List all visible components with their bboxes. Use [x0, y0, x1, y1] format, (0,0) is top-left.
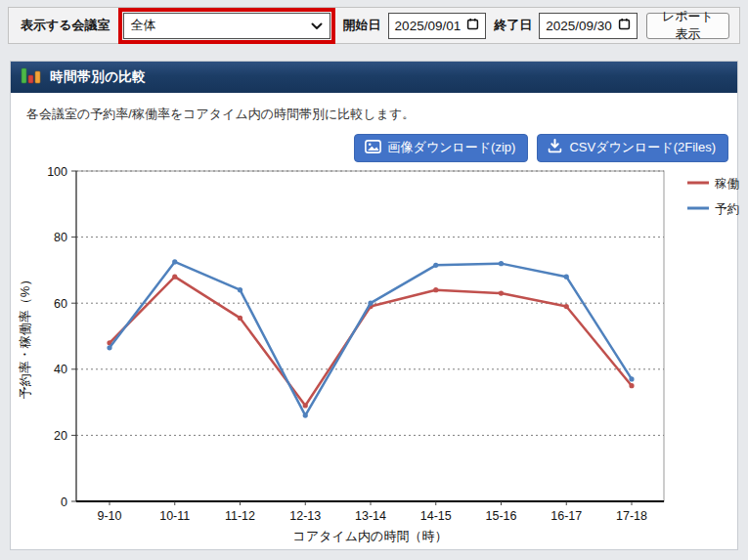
svg-text:予約率・稼働率（%）: 予約率・稼働率（%） [18, 274, 32, 400]
svg-text:0: 0 [61, 495, 67, 509]
svg-text:40: 40 [54, 363, 67, 376]
bar-chart-icon [21, 66, 41, 89]
svg-text:11-12: 11-12 [225, 509, 255, 523]
image-download-label: 画像ダウンロード(zip) [388, 139, 516, 156]
svg-text:13-14: 13-14 [355, 509, 386, 523]
svg-text:稼働率: 稼働率 [714, 177, 739, 191]
svg-text:予約率: 予約率 [715, 202, 739, 216]
svg-text:15-16: 15-16 [486, 509, 517, 523]
section-title: 時間帯別の比較 [50, 68, 146, 86]
end-date-value: 2025/09/30 [546, 19, 612, 33]
calendar-icon[interactable] [618, 18, 631, 33]
svg-text:12-13: 12-13 [289, 509, 321, 523]
svg-text:コアタイム内の時間（時）: コアタイム内の時間（時） [293, 529, 448, 543]
timeband-comparison-line-chart: 0204060801009-1010-1111-1212-1313-1414-1… [11, 167, 739, 551]
timeband-comparison-panel: 時間帯別の比較 各会議室の予約率/稼働率をコアタイム内の時間帯別に比較します。 … [10, 61, 738, 550]
image-icon [365, 140, 381, 156]
section-header: 時間帯別の比較 [11, 62, 737, 93]
calendar-icon[interactable] [466, 18, 479, 33]
section-description: 各会議室の予約率/稼働率をコアタイム内の時間帯別に比較します。 [26, 106, 737, 123]
svg-text:20: 20 [54, 429, 67, 443]
download-icon [548, 139, 562, 156]
svg-text:9-10: 9-10 [97, 509, 121, 523]
svg-text:17-18: 17-18 [616, 509, 647, 523]
start-date-value: 2025/09/01 [395, 19, 462, 33]
room-select-value: 全体 [131, 17, 156, 34]
svg-text:100: 100 [47, 167, 67, 179]
download-button-row: 画像ダウンロード(zip) CSVダウンロード(2Files) [11, 134, 728, 162]
start-date-label: 開始日 [343, 17, 381, 34]
room-select-label: 表示する会議室 [21, 17, 110, 34]
image-download-button[interactable]: 画像ダウンロード(zip) [354, 134, 529, 162]
end-date-label: 終了日 [494, 17, 532, 34]
annotation-highlight: 全体 [118, 8, 335, 44]
csv-download-button[interactable]: CSVダウンロード(2Files) [537, 134, 728, 162]
chevron-down-icon [311, 19, 323, 33]
start-date-input[interactable]: 2025/09/01 [388, 13, 487, 39]
chart-area: 0204060801009-1010-1111-1212-1313-1414-1… [11, 167, 739, 551]
svg-text:16-17: 16-17 [550, 509, 582, 523]
svg-text:60: 60 [54, 297, 67, 311]
svg-text:10-11: 10-11 [159, 509, 190, 523]
room-select[interactable]: 全体 [123, 13, 330, 39]
report-page: { "toolbar": { "room_label": "表示する会議室", … [0, 0, 748, 560]
filter-toolbar: 表示する会議室 全体 開始日 2025/09/01 終了日 2025/09/30… [8, 7, 740, 44]
svg-text:14-15: 14-15 [420, 509, 452, 523]
csv-download-label: CSVダウンロード(2Files) [569, 139, 716, 156]
svg-text:80: 80 [54, 231, 67, 244]
report-display-button[interactable]: レポート表示 [646, 13, 729, 39]
end-date-input[interactable]: 2025/09/30 [539, 13, 638, 39]
